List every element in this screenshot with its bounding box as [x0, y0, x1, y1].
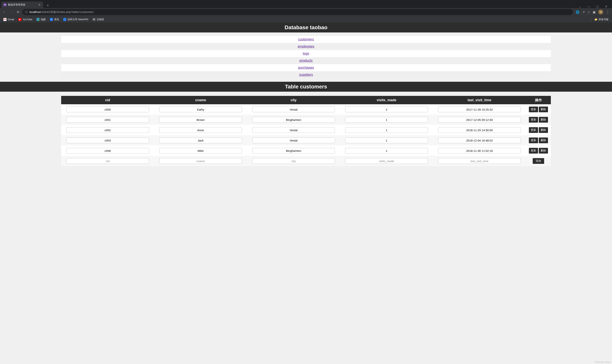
cell-input-last_visit_time[interactable] — [438, 117, 521, 123]
bookmark-icon: M — [3, 18, 6, 21]
window-dropdown-icon[interactable]: ⌄ — [577, 5, 583, 8]
site-info-icon[interactable]: ⓘ — [25, 10, 28, 14]
add-button[interactable]: 添加 — [533, 158, 544, 164]
cell-input-visits_made[interactable] — [345, 138, 428, 143]
cell-input-last_visit_time[interactable] — [438, 106, 521, 112]
table-link[interactable]: customers — [298, 38, 314, 41]
favicon-icon: PS — [3, 3, 6, 6]
profile-avatar[interactable]: Ye — [598, 10, 603, 14]
cell-input-visits_made[interactable] — [345, 117, 428, 123]
cell-input-city[interactable] — [252, 138, 335, 143]
table-link-row: purchases — [61, 64, 551, 71]
cell-input-city[interactable] — [252, 148, 335, 154]
bookmark-icon: W — [93, 18, 95, 21]
bookmark-item[interactable]: G资讯 — [48, 17, 61, 22]
nav-back-button[interactable]: ← — [1, 9, 7, 15]
cell-input-last_visit_time[interactable] — [438, 138, 521, 143]
chrome-menu-button[interactable]: ⋮ — [606, 10, 609, 14]
bookmark-icon — [63, 18, 66, 21]
delete-button[interactable]: 删除 — [539, 117, 548, 123]
table-link[interactable]: employees — [298, 44, 314, 48]
nav-reload-button[interactable]: ⟳ — [15, 9, 21, 15]
cell-input-cid[interactable] — [66, 106, 149, 112]
cell-input-last_visit_time[interactable] — [438, 127, 521, 133]
column-header-ops: 操作 — [526, 96, 551, 104]
delete-button[interactable]: 删除 — [539, 106, 548, 112]
cell-input-visits_made[interactable] — [345, 127, 428, 133]
side-panel-icon[interactable]: ▣ — [593, 10, 596, 14]
table-link[interactable]: purchases — [298, 66, 314, 69]
cell-input-cid[interactable] — [66, 127, 149, 133]
bookmark-label: 地图 — [41, 18, 46, 21]
cell-input-last_visit_time[interactable] — [438, 148, 521, 154]
cell-input-visits_made[interactable] — [345, 148, 428, 154]
table-link-row: employees — [61, 43, 551, 50]
table-link[interactable]: suppliers — [299, 73, 313, 77]
delete-button[interactable]: 删除 — [539, 127, 548, 133]
cell-input-cname[interactable] — [159, 117, 242, 123]
bookmark-item[interactable]: MGmail — [2, 17, 16, 22]
share-icon[interactable]: ↗ — [582, 10, 585, 14]
table-link-row: products — [61, 57, 551, 64]
update-button[interactable]: 更新 — [529, 148, 538, 154]
table-link[interactable]: logs — [303, 52, 309, 55]
delete-button[interactable]: 删除 — [539, 148, 548, 154]
new-input-city[interactable] — [252, 158, 335, 164]
bookmark-label: Gmail — [8, 18, 14, 21]
window-close-button[interactable]: ✕ — [604, 5, 609, 8]
new-input-last_visit_time[interactable] — [438, 158, 521, 164]
cell-input-city[interactable] — [252, 127, 335, 133]
update-button[interactable]: 更新 — [529, 117, 538, 123]
bookmark-label: YouTube — [23, 18, 32, 21]
cell-input-city[interactable] — [252, 117, 335, 123]
update-button[interactable]: 更新 — [529, 127, 538, 133]
all-bookmarks-label: 所有书签 — [598, 18, 609, 21]
cell-input-visits_made[interactable] — [345, 106, 428, 112]
close-tab-button[interactable]: ✕ — [38, 3, 41, 6]
table-row: 更新删除 — [61, 135, 551, 145]
new-input-visits_made[interactable] — [345, 158, 428, 164]
window-maximize-button[interactable]: ▢ — [595, 5, 600, 8]
bookmark-item[interactable]: ▶YouTube — [17, 17, 34, 22]
bookmark-star-icon[interactable]: ☆ — [587, 10, 590, 14]
browser-tab[interactable]: PS 数据库管理系统 ✕ — [1, 1, 43, 8]
table-row: 更新删除 — [61, 145, 551, 156]
cell-input-cid[interactable] — [66, 148, 149, 154]
cell-input-cid[interactable] — [66, 138, 149, 143]
address-bar[interactable]: ⓘ localhost:63342/实验3/index.php?table=cu… — [22, 9, 573, 15]
update-button[interactable]: 更新 — [529, 138, 538, 143]
column-header: cname — [154, 96, 247, 104]
new-input-cname[interactable] — [159, 158, 242, 164]
new-input-cid[interactable] — [66, 158, 149, 164]
nav-forward-button: → — [8, 9, 14, 15]
url-path: /实验3/index.php?table=customers — [50, 10, 94, 13]
column-header: visits_made — [340, 96, 433, 104]
bookmark-icon — [37, 18, 40, 21]
window-minimize-button[interactable]: — — [586, 5, 591, 8]
cell-input-cname[interactable] — [159, 148, 242, 154]
new-tab-button[interactable]: ＋ — [45, 3, 51, 8]
column-header: cid — [61, 96, 154, 104]
delete-button[interactable]: 删除 — [539, 138, 548, 143]
cell-input-cname[interactable] — [159, 106, 242, 112]
bookmark-item[interactable]: 深圳大学 WebVPN — [62, 17, 90, 22]
bookmark-item[interactable]: W注销页 — [91, 17, 106, 22]
bookmark-label: 深圳大学 WebVPN — [68, 18, 88, 21]
cell-input-cid[interactable] — [66, 117, 149, 123]
db-heading: Database taobao — [0, 23, 612, 32]
all-bookmarks-button[interactable]: 📁 所有书签 — [593, 17, 610, 22]
table-link-row: logs — [61, 50, 551, 57]
cell-input-cname[interactable] — [159, 127, 242, 133]
bookmark-item[interactable]: 地图 — [35, 17, 47, 22]
bookmark-bar: MGmail▶YouTube地图G资讯深圳大学 WebVPNW注销页 | 📁 所… — [0, 16, 612, 23]
table-row: 更新删除 — [61, 104, 551, 115]
cell-input-cname[interactable] — [159, 138, 242, 143]
watermark: CSDN @Ye-Maolin — [595, 361, 611, 363]
translate-icon[interactable]: 🌐 — [576, 10, 580, 14]
bookmark-icon: ▶ — [18, 18, 21, 21]
table-link-list: customersemployeeslogsproductspurchasess… — [61, 36, 551, 78]
update-button[interactable]: 更新 — [529, 106, 538, 112]
cell-input-city[interactable] — [252, 106, 335, 112]
folder-icon: 📁 — [594, 18, 598, 21]
table-link[interactable]: products — [299, 59, 313, 63]
